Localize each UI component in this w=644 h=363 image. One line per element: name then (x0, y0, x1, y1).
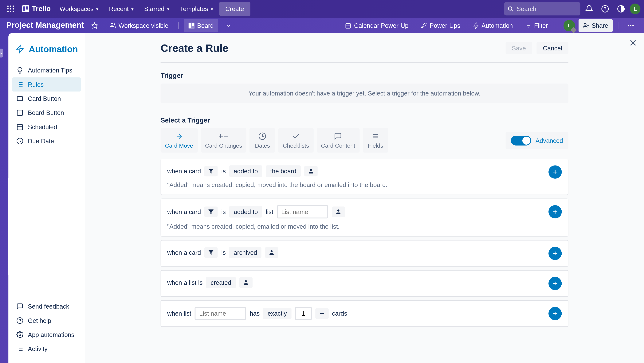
user-chip[interactable] (332, 206, 345, 217)
add-trigger-button[interactable] (548, 307, 562, 320)
action-chip[interactable]: added to (229, 206, 262, 218)
svg-point-81 (245, 280, 247, 282)
add-trigger-button[interactable] (548, 165, 562, 179)
list-name-input[interactable] (195, 307, 246, 320)
svg-rect-43 (17, 96, 23, 101)
tab-card-move[interactable]: Card Move (160, 128, 198, 152)
search-box[interactable] (504, 2, 580, 16)
cancel-button[interactable]: Cancel (537, 42, 568, 54)
user-chip[interactable] (304, 166, 318, 176)
list-name-input[interactable] (277, 205, 328, 218)
board-icon (16, 109, 24, 116)
global-header: Trello Workspaces▾ Recent▾ Starred▾ Temp… (0, 0, 644, 18)
filter-chip[interactable] (204, 166, 218, 176)
count-input[interactable] (295, 307, 312, 320)
close-icon[interactable]: ✕ (629, 38, 637, 49)
svg-point-3 (7, 8, 8, 10)
templates-menu[interactable]: Templates▾ (176, 2, 217, 16)
svg-marker-69 (208, 169, 214, 173)
add-trigger-button[interactable] (548, 247, 562, 260)
sidebar-item-card-button[interactable]: Card Button (12, 92, 81, 106)
member-avatar[interactable]: L (563, 20, 575, 31)
sidebar-item-board-button[interactable]: Board Button (12, 106, 81, 120)
sidebar-item-scheduled[interactable]: Scheduled (12, 120, 81, 134)
notifications-icon[interactable] (582, 2, 596, 16)
automation-button[interactable]: Automation (468, 19, 518, 32)
tab-card-changes[interactable]: Card Changes (200, 128, 246, 152)
user-plus-icon (583, 22, 589, 28)
sidebar-item-app-automations[interactable]: App automations (12, 328, 81, 342)
trigger-option-card-archived: when a card is archived (160, 240, 568, 266)
chevron-down-icon: ▾ (131, 6, 134, 12)
trigger-tabs: Card Move Card Changes Dates Checklists … (160, 128, 568, 152)
svg-rect-45 (17, 110, 23, 116)
clock-icon (16, 138, 24, 144)
search-icon (508, 6, 513, 12)
calendar-icon (345, 22, 352, 28)
tab-dates[interactable]: Dates (250, 128, 275, 152)
card-icon (16, 95, 24, 102)
plus-chip[interactable] (315, 308, 328, 319)
tab-checklists[interactable]: Checklists (278, 128, 314, 152)
add-trigger-button[interactable] (548, 277, 562, 290)
filter-chip[interactable] (204, 247, 218, 258)
theme-icon[interactable] (614, 2, 628, 16)
svg-rect-47 (17, 124, 23, 130)
tab-fields[interactable]: Fields (363, 128, 388, 152)
svg-point-30 (584, 23, 586, 25)
board-menu-icon[interactable] (624, 18, 638, 32)
sidebar-expand-tab[interactable]: ▸ (0, 49, 3, 58)
sidebar-item-feedback[interactable]: Send feedback (12, 299, 81, 313)
help-icon[interactable] (598, 2, 612, 16)
svg-point-34 (630, 25, 632, 26)
add-trigger-button[interactable] (548, 205, 562, 218)
sidebar-item-due-date[interactable]: Due Date (12, 134, 81, 148)
search-input[interactable] (517, 5, 577, 12)
trigger-option-card-added-board: when a card is added to the board "Added… (160, 159, 568, 195)
workspaces-menu[interactable]: Workspaces▾ (55, 2, 103, 16)
advanced-label: Advanced (536, 137, 563, 144)
svg-point-35 (632, 25, 634, 26)
svg-rect-22 (346, 24, 350, 28)
activity-icon (16, 345, 24, 352)
view-switcher-icon[interactable] (222, 18, 236, 32)
filter-chip[interactable] (204, 206, 218, 217)
starred-menu[interactable]: Starred▾ (140, 2, 174, 16)
action-chip[interactable]: created (206, 277, 236, 288)
create-button[interactable]: Create (219, 2, 250, 16)
sidebar-item-activity[interactable]: Activity (12, 342, 81, 356)
calendar-powerup-button[interactable]: Calendar Power-Up (341, 19, 413, 32)
tab-card-content[interactable]: Card Content (316, 128, 360, 152)
workspace-visible-button[interactable]: Workspace visible (105, 19, 173, 32)
svg-point-1 (10, 6, 11, 7)
powerups-button[interactable]: Power-Ups (416, 19, 465, 32)
svg-marker-73 (208, 210, 214, 214)
trello-logo[interactable]: Trello (20, 5, 53, 13)
board-title[interactable]: Project Management (6, 21, 84, 30)
filter-button[interactable]: Filter (521, 19, 552, 32)
svg-point-5 (12, 8, 14, 10)
share-button[interactable]: Share (578, 19, 612, 32)
user-chip[interactable] (265, 247, 278, 258)
save-button[interactable]: Save (506, 42, 532, 54)
recent-menu[interactable]: Recent▾ (105, 2, 138, 16)
app-switcher-icon[interactable] (4, 2, 18, 16)
sidebar-item-tips[interactable]: Automation Tips (12, 63, 81, 77)
trigger-option-card-added-list: when a card is added to list "Added" mea… (160, 198, 568, 237)
sidebar-item-rules[interactable]: Rules (12, 78, 81, 92)
svg-rect-9 (22, 5, 29, 12)
svg-rect-10 (23, 6, 25, 12)
star-icon[interactable] (88, 18, 102, 32)
automation-panel: Automation Automation Tips Rules Card Bu… (8, 33, 644, 363)
sidebar-item-help[interactable]: Get help (12, 314, 81, 328)
board-view-button[interactable]: Board (184, 19, 218, 32)
user-avatar[interactable]: L (630, 4, 640, 14)
action-chip[interactable]: archived (229, 247, 262, 258)
condition-chip[interactable]: exactly (263, 308, 291, 319)
action-chip[interactable]: added to (229, 165, 262, 177)
user-chip[interactable] (239, 277, 252, 288)
message-icon (16, 303, 24, 310)
target-chip[interactable]: the board (266, 165, 301, 177)
arrow-right-icon (175, 132, 184, 140)
advanced-toggle[interactable] (511, 136, 531, 145)
